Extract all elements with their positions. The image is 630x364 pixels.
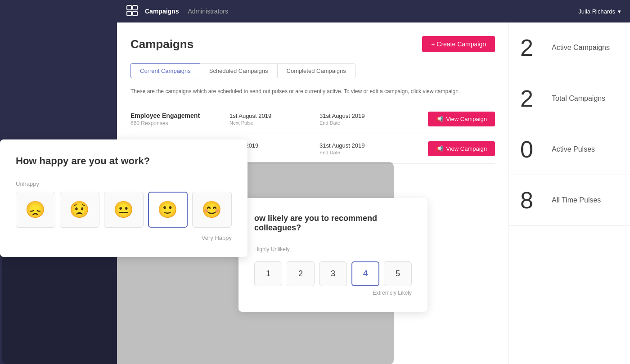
tab-completed-campaigns[interactable]: Completed Campaigns — [277, 63, 356, 78]
very-happy-label: Very Happy — [16, 234, 232, 241]
campaign-name: Employee Engagement — [130, 112, 230, 119]
stat-all-time-pulses: 8 All Time Pulses — [509, 175, 630, 226]
campaign-end-date-col-2: 31st August 2019 End Date — [320, 142, 410, 155]
highly-unlikely-label: Highly Unlikely — [254, 246, 412, 252]
emoji-option-5[interactable]: 😊 — [192, 192, 232, 228]
emoji-option-4[interactable]: 🙂 — [148, 192, 188, 228]
stats-sidebar: 2 Active Campaigns 2 Total Campaigns 0 A… — [508, 22, 630, 364]
recommend-question-text2: colleagues? — [254, 223, 301, 232]
all-time-pulses-label: All Time Pulses — [552, 196, 601, 204]
stat-active-campaigns: 2 Active Campaigns — [509, 22, 630, 73]
campaign-end-date-col: 31st August 2019 End Date — [320, 112, 410, 126]
emoji-option-3[interactable]: 😐 — [104, 192, 144, 228]
extremely-likely-label: Extremely Likely — [254, 290, 412, 296]
megaphone-icon: 📢 — [436, 116, 443, 122]
campaign-name-col: Employee Engagement 660 Responses — [130, 112, 230, 126]
svg-rect-0 — [127, 5, 131, 10]
table-row: Employee Engagement 660 Responses 1st Au… — [130, 104, 495, 134]
campaign-end-date-2: 31st August 2019 — [320, 142, 410, 149]
total-campaigns-number: 2 — [520, 87, 543, 110]
number-option-1[interactable]: 1 — [254, 261, 282, 286]
tab-scheduled-campaigns[interactable]: Scheduled Campaigns — [200, 63, 277, 78]
view-campaign-label-2: View Campaign — [446, 145, 487, 152]
stat-active-pulses: 0 Active Pulses — [509, 124, 630, 175]
total-campaigns-label: Total Campaigns — [552, 94, 605, 103]
active-campaigns-number: 2 — [520, 36, 543, 59]
megaphone-icon-2: 📢 — [436, 145, 443, 152]
survey-happiness-card: How happy are you at work? Unhappy 😞 😟 😐… — [0, 139, 248, 257]
tab-current-campaigns[interactable]: Current Campaigns — [130, 63, 200, 78]
active-campaigns-label: Active Campaigns — [552, 44, 610, 52]
active-pulses-label: Active Pulses — [552, 145, 595, 153]
chevron-down-icon: ▾ — [618, 8, 621, 15]
active-pulses-number: 0 — [520, 138, 543, 161]
svg-rect-2 — [127, 11, 131, 16]
user-menu[interactable]: Julia Richards ▾ — [578, 8, 621, 15]
survey-recommend-card: ow likely are you to recommend colleague… — [238, 198, 428, 312]
svg-rect-3 — [133, 11, 137, 16]
view-campaign-button-2[interactable]: 📢 View Campaign — [428, 141, 495, 156]
emoji-option-2[interactable]: 😟 — [60, 192, 99, 228]
app-logo-icon — [126, 4, 140, 18]
description-text: These are the campaigns which are schedu… — [130, 87, 495, 95]
recommend-question-text: ow likely are you to recommend — [254, 214, 377, 223]
campaign-next-pulse-label: Next Pulse — [230, 120, 320, 126]
number-option-3[interactable]: 3 — [319, 261, 347, 286]
emoji-option-1[interactable]: 😞 — [16, 192, 55, 228]
campaign-action-col: 📢 View Campaign — [410, 112, 495, 126]
topnav-links: Campaigns Administrators — [145, 8, 228, 15]
stat-total-campaigns: 2 Total Campaigns — [509, 73, 630, 124]
svg-rect-1 — [133, 5, 137, 10]
campaign-responses: 660 Responses — [130, 120, 230, 126]
nav-campaigns[interactable]: Campaigns — [145, 8, 179, 15]
number-option-5[interactable]: 5 — [384, 261, 412, 286]
recommend-question: ow likely are you to recommend colleague… — [254, 214, 412, 233]
campaign-end-date: 31st August 2019 — [320, 112, 410, 119]
campaign-next-pulse-date: 1st August 2019 — [230, 112, 320, 119]
number-option-2[interactable]: 2 — [287, 261, 315, 286]
view-campaign-label-1: View Campaign — [446, 116, 487, 122]
view-campaign-button-1[interactable]: 📢 View Campaign — [428, 112, 495, 126]
page-title: Campaigns — [130, 37, 194, 51]
topnav: Campaigns Administrators Julia Richards … — [117, 0, 630, 22]
number-row: 1 2 3 4 5 — [254, 261, 412, 286]
campaign-end-date-label-2: End Date — [320, 150, 410, 155]
all-time-pulses-number: 8 — [520, 189, 543, 212]
campaign-action-col-2: 📢 View Campaign — [410, 141, 495, 156]
unhappy-label: Unhappy — [16, 180, 232, 187]
page-header: Campaigns + Create Campaign — [130, 36, 495, 52]
create-campaign-button[interactable]: + Create Campaign — [422, 36, 495, 52]
campaign-end-date-label: End Date — [320, 120, 410, 126]
nav-administrators[interactable]: Administrators — [188, 8, 228, 15]
campaign-tabs: Current Campaigns Scheduled Campaigns Co… — [130, 63, 495, 78]
number-option-4[interactable]: 4 — [351, 261, 379, 286]
campaign-next-pulse-col: 1st August 2019 Next Pulse — [230, 112, 320, 126]
happiness-question: How happy are you at work? — [16, 155, 232, 167]
user-name: Julia Richards — [578, 8, 615, 15]
emoji-row: 😞 😟 😐 🙂 😊 — [16, 192, 232, 228]
